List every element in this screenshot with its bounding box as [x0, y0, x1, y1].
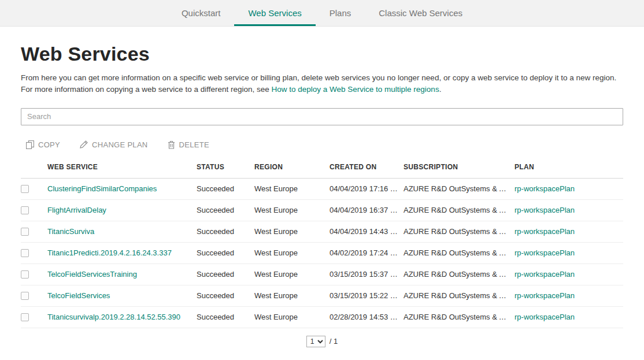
- region-cell: West Europe: [252, 285, 327, 306]
- row-checkbox[interactable]: [21, 206, 29, 214]
- region-cell: West Europe: [252, 306, 327, 328]
- deploy-regions-link[interactable]: How to deploy a Web Service to multiple …: [271, 85, 439, 94]
- web-service-link[interactable]: Titanic1Predicti.2019.4.2.16.24.3.337: [47, 248, 172, 257]
- plan-link[interactable]: rp-workspacePlan: [515, 184, 575, 193]
- search-bar: [21, 108, 623, 125]
- row-checkbox[interactable]: [21, 313, 29, 321]
- column-header-status: STATUS: [194, 157, 252, 179]
- column-header-subscription: SUBSCRIPTION: [401, 157, 512, 179]
- plan-link[interactable]: rp-workspacePlan: [515, 227, 575, 236]
- table-row: TitanicSurvivaSucceededWest Europe04/04/…: [21, 221, 623, 242]
- row-checkbox[interactable]: [21, 228, 29, 236]
- row-checkbox[interactable]: [21, 185, 29, 193]
- tab-plans[interactable]: Plans: [316, 0, 365, 26]
- created-on-cell: 02/28/2019 14:53 PM: [327, 306, 401, 328]
- subscription-cell: AZURE R&D OutSystems & Azure: [401, 242, 512, 263]
- region-cell: West Europe: [252, 242, 327, 263]
- tab-classic-web-services[interactable]: Classic Web Services: [365, 0, 476, 26]
- created-on-cell: 04/04/2019 14:43 PM: [327, 221, 401, 242]
- tab-quickstart[interactable]: Quickstart: [168, 0, 235, 26]
- table-row: TelcoFieldServicesSucceededWest Europe03…: [21, 285, 623, 306]
- region-cell: West Europe: [252, 178, 327, 199]
- status-cell: Succeeded: [194, 306, 252, 328]
- change-plan-button[interactable]: CHANGE PLAN: [80, 140, 148, 149]
- row-checkbox[interactable]: [21, 270, 29, 279]
- status-cell: Succeeded: [194, 199, 252, 221]
- search-input[interactable]: [21, 108, 623, 125]
- column-header-created-on: CREATED ON: [327, 157, 401, 179]
- created-on-cell: 04/04/2019 17:16 PM: [327, 178, 401, 199]
- checkbox-column-header: [21, 157, 45, 179]
- created-on-cell: 04/04/2019 16:37 PM: [327, 199, 401, 221]
- region-cell: West Europe: [252, 199, 327, 221]
- main-content: Web Services From here you can get more …: [0, 43, 644, 355]
- status-cell: Succeeded: [194, 178, 252, 199]
- table-row: TelcoFieldServicesTrainingSucceededWest …: [21, 263, 623, 285]
- column-header-web-service: WEB SERVICE: [45, 157, 194, 179]
- row-checkbox[interactable]: [21, 249, 29, 257]
- table-row: Titanic1Predicti.2019.4.2.16.24.3.337Suc…: [21, 242, 623, 263]
- table-header: WEB SERVICESTATUSREGIONCREATED ONSUBSCRI…: [21, 157, 623, 179]
- page-select[interactable]: 1: [306, 336, 325, 347]
- plan-link[interactable]: rp-workspacePlan: [515, 270, 575, 279]
- page-description: From here you can get more information o…: [21, 72, 623, 96]
- copy-icon: [26, 140, 34, 149]
- plan-link[interactable]: rp-workspacePlan: [515, 206, 575, 214]
- copy-button[interactable]: COPY: [26, 140, 60, 149]
- change-plan-label: CHANGE PLAN: [92, 140, 148, 149]
- plan-link[interactable]: rp-workspacePlan: [515, 248, 575, 257]
- web-service-link[interactable]: TelcoFieldServicesTraining: [47, 270, 137, 279]
- tab-web-services[interactable]: Web Services: [234, 0, 315, 26]
- copy-label: COPY: [38, 140, 60, 149]
- pencil-icon: [80, 140, 88, 149]
- status-cell: Succeeded: [194, 221, 252, 242]
- trash-icon: [168, 140, 175, 149]
- subscription-cell: AZURE R&D OutSystems & Azure: [401, 221, 512, 242]
- column-header-plan: PLAN: [512, 157, 623, 179]
- table-row: ClusteringFindSimilarCompaniesSucceededW…: [21, 178, 623, 199]
- region-cell: West Europe: [252, 263, 327, 285]
- web-service-link[interactable]: ClusteringFindSimilarCompanies: [47, 184, 157, 193]
- status-cell: Succeeded: [194, 242, 252, 263]
- plan-link[interactable]: rp-workspacePlan: [515, 291, 575, 300]
- top-nav: QuickstartWeb ServicesPlansClassic Web S…: [0, 0, 644, 27]
- status-cell: Succeeded: [194, 263, 252, 285]
- delete-button[interactable]: DELETE: [168, 140, 209, 149]
- web-service-link[interactable]: TelcoFieldServices: [47, 291, 110, 300]
- delete-label: DELETE: [179, 140, 209, 149]
- plan-link[interactable]: rp-workspacePlan: [515, 313, 575, 321]
- status-cell: Succeeded: [194, 285, 252, 306]
- region-cell: West Europe: [252, 221, 327, 242]
- table-row: Titanicsurvivalp.2019.2.28.14.52.55.390S…: [21, 306, 623, 328]
- nav-tabs: QuickstartWeb ServicesPlansClassic Web S…: [168, 0, 476, 26]
- page-title: Web Services: [21, 43, 623, 65]
- subscription-cell: AZURE R&D OutSystems & Azure: [401, 263, 512, 285]
- web-services-table: WEB SERVICESTATUSREGIONCREATED ONSUBSCRI…: [21, 157, 623, 328]
- created-on-cell: 03/15/2019 15:22 PM: [327, 285, 401, 306]
- web-service-link[interactable]: Titanicsurvivalp.2019.2.28.14.52.55.390: [47, 313, 180, 321]
- subscription-cell: AZURE R&D OutSystems & Azure: [401, 178, 512, 199]
- subscription-cell: AZURE R&D OutSystems & Azure: [401, 199, 512, 221]
- created-on-cell: 03/15/2019 15:37 PM: [327, 263, 401, 285]
- web-service-link[interactable]: FlightArrivalDelay: [47, 206, 106, 214]
- table-row: FlightArrivalDelaySucceededWest Europe04…: [21, 199, 623, 221]
- page-count-label: / 1: [330, 337, 338, 346]
- row-checkbox[interactable]: [21, 292, 29, 300]
- subscription-cell: AZURE R&D OutSystems & Azure: [401, 306, 512, 328]
- subscription-cell: AZURE R&D OutSystems & Azure: [401, 285, 512, 306]
- pagination: 1 / 1: [21, 328, 623, 355]
- toolbar: COPY CHANGE PLAN DELETE: [21, 133, 623, 157]
- web-service-link[interactable]: TitanicSurviva: [47, 227, 94, 236]
- created-on-cell: 04/02/2019 17:24 PM: [327, 242, 401, 263]
- description-text-end: .: [439, 85, 442, 94]
- column-header-region: REGION: [252, 157, 327, 179]
